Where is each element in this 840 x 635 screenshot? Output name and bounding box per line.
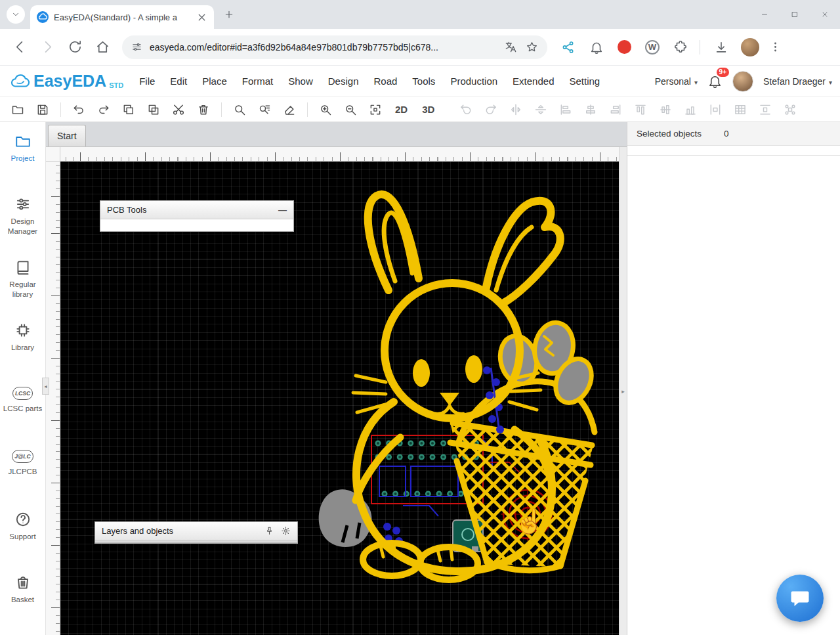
downloads-icon[interactable] [714, 40, 728, 55]
sidebar-item-design-manager[interactable]: Design Manager [0, 196, 45, 259]
browser-profile-avatar[interactable] [741, 38, 759, 56]
personal-menu[interactable]: Personal [655, 76, 698, 87]
redo-icon [97, 103, 110, 116]
user-menu[interactable]: Stefan Draeger [763, 76, 832, 87]
doc-tab-start[interactable]: Start [48, 125, 86, 146]
easyeda-logo[interactable]: EasyEDA STD [8, 72, 123, 91]
extensions-puzzle-icon[interactable] [673, 40, 688, 55]
menu-setting[interactable]: Setting [569, 76, 600, 87]
disv-icon [759, 103, 772, 116]
app-toolbar: 2D3D [0, 97, 840, 122]
notifier-extension-icon[interactable] [589, 40, 604, 55]
cut-icon [172, 103, 185, 116]
logo-edition: STD [109, 81, 123, 89]
sidebar-item-library[interactable]: Library [0, 322, 45, 385]
menu-edit[interactable]: Edit [170, 76, 187, 87]
eraser-button[interactable] [281, 101, 298, 118]
menu-place[interactable]: Place [202, 76, 227, 87]
user-avatar[interactable] [732, 71, 753, 92]
pin-icon[interactable] [264, 526, 274, 536]
menu-design[interactable]: Design [328, 76, 359, 87]
zoomout-icon [344, 103, 357, 116]
reload-icon[interactable] [68, 39, 83, 55]
app-menubar: FileEditPlaceFormatShowDesignRoadToolsPr… [139, 76, 600, 87]
url-text[interactable]: easyeda.com/editor#id=a3f6d92b64a84e97b8… [150, 42, 496, 53]
window-controls [749, 0, 840, 29]
translate-icon[interactable] [505, 41, 517, 53]
window-close-button[interactable] [810, 0, 840, 29]
tab-close-icon[interactable] [196, 12, 207, 23]
menu-tools[interactable]: Tools [412, 76, 435, 87]
view-3d-button[interactable]: 3D [419, 101, 438, 118]
copy-icon [122, 103, 135, 116]
alignr-icon [609, 103, 622, 116]
new-document-button[interactable] [9, 101, 26, 118]
align-top-button [632, 101, 649, 118]
rotl-icon [459, 103, 472, 116]
left-sidebar: ProjectDesign ManagerRegular libraryLibr… [0, 122, 46, 635]
menu-show[interactable]: Show [288, 76, 313, 87]
clone-button[interactable] [145, 101, 162, 118]
window-maximize-button[interactable] [780, 0, 810, 29]
zoom-in-button[interactable] [317, 101, 334, 118]
url-field[interactable]: easyeda.com/editor#id=a3f6d92b64a84e97b8… [122, 35, 547, 59]
zoom-fit-button[interactable] [367, 101, 384, 118]
browser-tab[interactable]: EasyEDA(Standard) - A simple a [30, 5, 214, 29]
share-extension-icon[interactable] [561, 40, 576, 55]
sidebar-item-label: Design Manager [2, 217, 44, 236]
window-minimize-button[interactable] [749, 0, 780, 29]
back-icon[interactable] [12, 39, 28, 55]
align-middle-button [657, 101, 674, 118]
w-extension-icon[interactable]: W [645, 40, 660, 55]
editor-center: Start [46, 122, 627, 635]
menu-production[interactable]: Production [450, 76, 497, 87]
support-chat-button[interactable] [776, 575, 824, 622]
adblock-extension-icon[interactable] [618, 40, 631, 54]
home-icon[interactable] [95, 39, 110, 55]
pcb-canvas[interactable]: ☝ PCB Tools Layers and objects [60, 162, 619, 635]
view-2d-button[interactable]: 2D [392, 101, 411, 118]
new-tab-button[interactable] [220, 6, 238, 23]
mirv-icon [534, 103, 547, 116]
redo-button[interactable] [95, 101, 112, 118]
toolbar-separator [60, 102, 61, 117]
doc-tab-label: Start [57, 131, 77, 141]
aligncv-icon [659, 103, 672, 116]
site-info-icon[interactable] [131, 41, 142, 53]
search-button[interactable] [231, 101, 248, 118]
gear-icon[interactable] [281, 526, 291, 536]
menu-extended[interactable]: Extended [513, 76, 554, 87]
sidebar-item-lcsc-parts[interactable]: LCSCLCSC parts [0, 385, 45, 448]
layers-tabs [95, 540, 297, 543]
menu-road[interactable]: Road [373, 76, 397, 87]
chip-icon [14, 322, 32, 339]
pcb-tools-header[interactable]: PCB Tools [100, 201, 293, 219]
forward-icon[interactable] [40, 39, 55, 55]
sidebar-item-basket[interactable]: Basket [0, 574, 45, 635]
menu-format[interactable]: Format [242, 76, 274, 87]
undo-button[interactable] [70, 101, 87, 118]
selected-objects-count: 0 [724, 129, 729, 139]
browser-menu-icon[interactable] [769, 41, 782, 53]
bookmark-star-icon[interactable] [526, 41, 538, 53]
right-panel-splitter[interactable] [619, 147, 627, 635]
menu-file[interactable]: File [139, 76, 155, 87]
save-button[interactable] [34, 101, 51, 118]
zoom-out-button[interactable] [342, 101, 359, 118]
notifications-button[interactable]: 9+ [707, 74, 723, 89]
sidebar-item-support[interactable]: Support [0, 511, 45, 574]
sidebar-item-project[interactable]: Project [0, 133, 45, 196]
dmgr-icon [14, 196, 32, 213]
panel-minimize-icon[interactable] [278, 205, 287, 215]
tab-search-button[interactable] [7, 5, 25, 24]
find-similar-button[interactable] [256, 101, 273, 118]
book-icon [14, 259, 32, 276]
sidebar-item-regular-library[interactable]: Regular library [0, 259, 45, 322]
delete-button[interactable] [195, 101, 212, 118]
layers-panel-header[interactable]: Layers and objects [95, 522, 297, 540]
cut-button[interactable] [170, 101, 187, 118]
chat-bubble-icon [789, 587, 811, 609]
copy-button[interactable] [120, 101, 137, 118]
sidebar-item-jlcpcb[interactable]: J@LCJLCPCB [0, 448, 45, 511]
sidebar-collapse-handle[interactable] [42, 378, 49, 395]
